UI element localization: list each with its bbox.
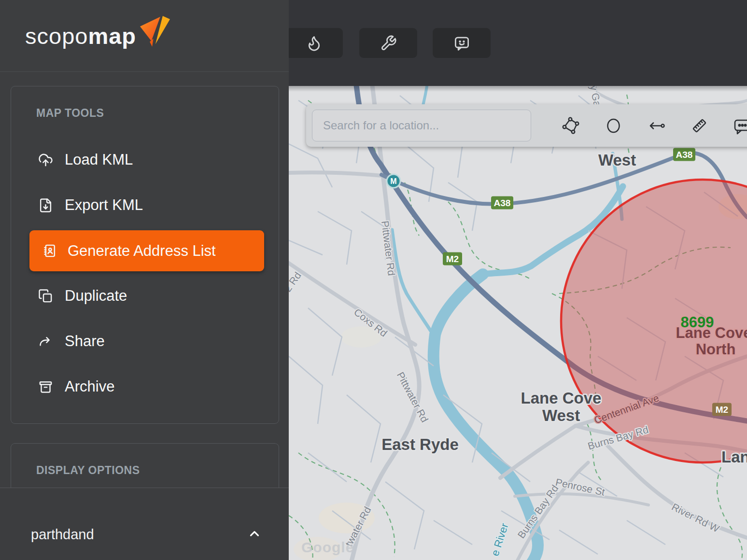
map-tools-menu: Load KML Export KML Generate Address Lis…: [11, 137, 279, 409]
brand-triangle-icon: [140, 13, 170, 54]
a38-shield: A38: [491, 196, 513, 210]
brand-wordmark: scopomap: [25, 25, 136, 47]
svg-text:M2: M2: [446, 254, 459, 264]
sidebar-divider: [0, 71, 289, 72]
sidebar-item-duplicate[interactable]: Duplicate: [11, 273, 279, 319]
sidebar-item-label: Share: [65, 333, 105, 350]
locality-label-east-ryde: East Ryde: [381, 435, 459, 453]
address-count-label: 8699: [681, 314, 714, 331]
brand-logo[interactable]: scopomap: [25, 13, 170, 59]
sidebar-item-label: Duplicate: [65, 287, 127, 305]
search-box: [306, 104, 537, 147]
address-book-icon: [42, 243, 57, 258]
sidebar-item-load-kml[interactable]: Load KML: [11, 137, 279, 182]
sidebar-item-archive[interactable]: Archive: [11, 364, 279, 409]
draw-arrow-icon[interactable]: [647, 116, 666, 135]
locality-label-west: West: [598, 151, 636, 169]
username-label: parthdand: [31, 527, 94, 543]
draw-tools: [537, 116, 747, 135]
map-toolbar: [306, 104, 747, 147]
svg-text:A38: A38: [494, 198, 511, 208]
wrench-icon: [380, 35, 397, 52]
chevron-up-icon: [247, 527, 262, 541]
locality-label-lane-cove-west: Lane Cove: [521, 389, 602, 407]
a38-shield: A38: [673, 148, 695, 161]
sidebar: scopomap MAP TOOLS Load KML: [0, 0, 289, 560]
svg-text:M2: M2: [716, 405, 728, 415]
sidebar-item-generate-address-list[interactable]: Generate Address List: [29, 230, 264, 271]
sidebar-item-label: Load KML: [65, 151, 133, 168]
map-tools-title: MAP TOOLS: [36, 107, 279, 120]
svg-text:M: M: [390, 177, 396, 185]
header-shadow: [289, 86, 747, 92]
draw-circle-icon[interactable]: [604, 116, 623, 135]
map-tools-panel: MAP TOOLS Load KML Export KML: [11, 86, 279, 424]
draw-polygon-icon[interactable]: [561, 116, 580, 135]
locality-label-lane-cove-north-2: North: [696, 341, 736, 358]
m2-shield: M2: [443, 252, 462, 266]
map-svg: A38 A38 M2 M2 M: [289, 86, 747, 560]
display-options-title: DISPLAY OPTIONS: [36, 464, 279, 477]
flame-icon: [306, 35, 323, 52]
file-export-icon: [38, 198, 53, 213]
sidebar-item-label: Export KML: [65, 196, 143, 214]
svg-text:A38: A38: [676, 150, 693, 160]
measure-ruler-icon[interactable]: [690, 116, 709, 135]
feedback-button[interactable]: [433, 28, 491, 58]
sidebar-item-label: Generate Address List: [68, 242, 216, 260]
locality-label-lane-partial: Lane: [721, 448, 747, 466]
chat-smiley-icon: [453, 35, 470, 52]
map-header-bar: [289, 0, 747, 86]
duplicate-icon: [38, 289, 53, 304]
map-canvas[interactable]: A38 A38 M2 M2 M: [289, 86, 747, 560]
brand-name-light: scopo: [25, 23, 88, 49]
locality-label-lane-cove-west-2: West: [542, 406, 580, 424]
settings-button[interactable]: [359, 28, 417, 58]
comment-icon[interactable]: [733, 116, 747, 135]
user-expander[interactable]: parthdand: [0, 488, 289, 560]
metro-station-icon: M: [386, 174, 401, 189]
heatmap-button[interactable]: [289, 28, 343, 58]
sidebar-item-export-kml[interactable]: Export KML: [11, 182, 279, 228]
archive-icon: [38, 379, 53, 394]
brand-name-bold: map: [88, 23, 136, 49]
cloud-upload-icon: [38, 153, 53, 168]
google-attribution: Google: [301, 539, 354, 555]
sidebar-item-share[interactable]: Share: [11, 319, 279, 364]
m2-toll-shield: M2: [712, 403, 732, 416]
share-icon: [38, 334, 53, 349]
sidebar-item-label: Archive: [65, 378, 114, 395]
search-input[interactable]: [312, 110, 531, 141]
map-main: A38 A38 M2 M2 M: [289, 0, 747, 560]
